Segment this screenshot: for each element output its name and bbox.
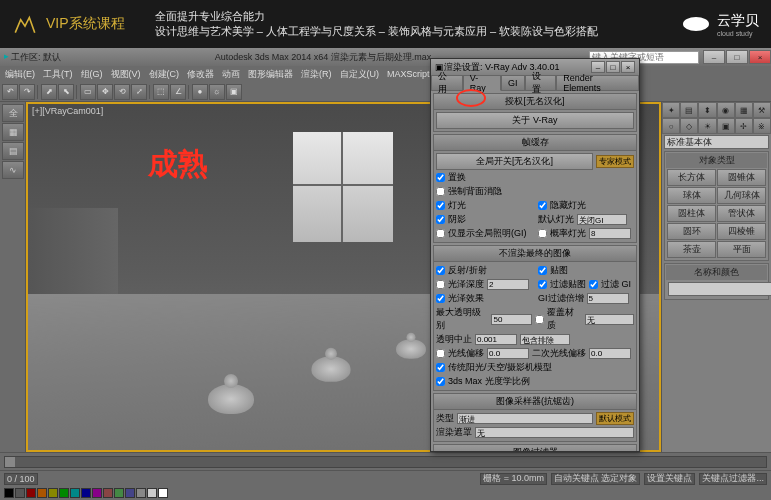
geometry-tab[interactable]: ○ bbox=[662, 118, 680, 134]
redo-button[interactable]: ↷ bbox=[19, 84, 35, 100]
color-swatch[interactable] bbox=[125, 488, 135, 498]
override-depth-checkbox[interactable] bbox=[436, 280, 445, 289]
keyfilter-button[interactable]: 关键点过滤器... bbox=[699, 473, 767, 485]
color-swatch[interactable] bbox=[70, 488, 80, 498]
color-swatch[interactable] bbox=[26, 488, 36, 498]
prob-lights-field[interactable]: 8 bbox=[589, 228, 631, 239]
maps-checkbox[interactable] bbox=[538, 266, 547, 275]
menu-item[interactable]: 渲染(R) bbox=[298, 68, 335, 81]
prob-lights-checkbox[interactable] bbox=[538, 229, 547, 238]
color-swatch[interactable] bbox=[37, 488, 47, 498]
sampler-section-header[interactable]: 图像采样器(抗锯齿) bbox=[434, 394, 636, 410]
dialog-tab[interactable]: V-Ray bbox=[463, 75, 501, 91]
schematic-button[interactable]: ▤ bbox=[2, 142, 24, 160]
workspace-label[interactable]: 工作区: 默认 bbox=[11, 51, 61, 64]
color-swatch[interactable] bbox=[114, 488, 124, 498]
about-vray-button[interactable]: 关于 V-Ray bbox=[436, 112, 634, 129]
object-name-input[interactable] bbox=[668, 282, 771, 296]
nomat-section-header[interactable]: 不渲染最终的图像 bbox=[434, 246, 636, 262]
minimize-button[interactable]: – bbox=[703, 50, 725, 64]
setkey-button[interactable]: 设置关键点 bbox=[644, 473, 695, 485]
lights-tab[interactable]: ☀ bbox=[698, 118, 716, 134]
primitive-button[interactable]: 圆锥体 bbox=[717, 169, 766, 186]
link-button[interactable]: ⬈ bbox=[41, 84, 57, 100]
default-lights-dropdown[interactable]: 关闭GI bbox=[577, 214, 627, 225]
render-setup-button[interactable]: ☼ bbox=[209, 84, 225, 100]
helpers-tab[interactable]: ✢ bbox=[735, 118, 753, 134]
rotate-button[interactable]: ⟲ bbox=[114, 84, 130, 100]
color-swatch[interactable] bbox=[136, 488, 146, 498]
displace-checkbox[interactable] bbox=[436, 173, 445, 182]
glossy-checkbox[interactable] bbox=[436, 294, 445, 303]
filter-section-header[interactable]: 图像过滤器 bbox=[434, 445, 636, 451]
curve-button[interactable]: ∿ bbox=[2, 161, 24, 179]
move-button[interactable]: ✥ bbox=[97, 84, 113, 100]
menu-item[interactable]: 视图(V) bbox=[108, 68, 144, 81]
menu-item[interactable]: 工具(T) bbox=[40, 68, 76, 81]
primitive-dropdown[interactable]: 标准基本体 bbox=[664, 135, 769, 149]
dialog-tab[interactable]: 设置 bbox=[525, 75, 557, 91]
time-slider[interactable] bbox=[4, 456, 767, 468]
motion-tab[interactable]: ◉ bbox=[717, 102, 735, 118]
utility-tab[interactable]: ⚒ bbox=[753, 102, 771, 118]
systems-tab[interactable]: ※ bbox=[753, 118, 771, 134]
primitive-button[interactable]: 圆柱体 bbox=[667, 205, 716, 222]
menu-item[interactable]: 修改器 bbox=[184, 68, 217, 81]
dialog-minimize-button[interactable]: – bbox=[591, 61, 605, 73]
color-swatch[interactable] bbox=[147, 488, 157, 498]
expert-mode-button[interactable]: 专家模式 bbox=[596, 155, 634, 168]
color-swatch[interactable] bbox=[59, 488, 69, 498]
backface-checkbox[interactable] bbox=[436, 187, 445, 196]
autokey-button[interactable]: 自动关键点 选定对象 bbox=[551, 473, 641, 485]
all-view-button[interactable]: 全 bbox=[2, 104, 24, 122]
override-mtl-checkbox[interactable] bbox=[535, 315, 544, 324]
primitive-button[interactable]: 平面 bbox=[717, 241, 766, 258]
create-tab[interactable]: ✦ bbox=[662, 102, 680, 118]
layer-button[interactable]: ▦ bbox=[2, 123, 24, 141]
primitive-button[interactable]: 长方体 bbox=[667, 169, 716, 186]
material-button[interactable]: ● bbox=[192, 84, 208, 100]
sampler-default-button[interactable]: 默认模式 bbox=[596, 412, 634, 425]
color-swatch[interactable] bbox=[48, 488, 58, 498]
dialog-tab[interactable]: 公用 bbox=[431, 75, 463, 91]
menu-item[interactable]: 动画 bbox=[219, 68, 243, 81]
menu-item[interactable]: 组(G) bbox=[78, 68, 106, 81]
primitive-button[interactable]: 几何球体 bbox=[717, 187, 766, 204]
transp-cutoff-field[interactable]: 0.001 bbox=[475, 334, 517, 345]
3dsmax-photometric-checkbox[interactable] bbox=[436, 377, 445, 386]
color-swatch[interactable] bbox=[92, 488, 102, 498]
menu-item[interactable]: 图形编辑器 bbox=[245, 68, 296, 81]
gi-only-checkbox[interactable] bbox=[436, 229, 445, 238]
dialog-maximize-button[interactable]: □ bbox=[606, 61, 620, 73]
modify-tab[interactable]: ▤ bbox=[680, 102, 698, 118]
filter-gi-checkbox[interactable] bbox=[589, 280, 598, 289]
cameras-tab[interactable]: ▣ bbox=[717, 118, 735, 134]
menu-item[interactable]: 自定义(U) bbox=[337, 68, 383, 81]
primitive-button[interactable]: 球体 bbox=[667, 187, 716, 204]
menu-item[interactable]: 创建(C) bbox=[146, 68, 183, 81]
filter-maps-checkbox[interactable] bbox=[538, 280, 547, 289]
primitive-button[interactable]: 圆环 bbox=[667, 223, 716, 240]
refl-checkbox[interactable] bbox=[436, 266, 445, 275]
dialog-tab[interactable]: GI bbox=[501, 75, 525, 91]
color-swatch[interactable] bbox=[15, 488, 25, 498]
color-swatch[interactable] bbox=[158, 488, 168, 498]
primitive-button[interactable]: 茶壶 bbox=[667, 241, 716, 258]
ray-bias-checkbox[interactable] bbox=[436, 349, 445, 358]
select-button[interactable]: ▭ bbox=[80, 84, 96, 100]
legacy-sun-checkbox[interactable] bbox=[436, 363, 445, 372]
max-transp-field[interactable]: 50 bbox=[491, 314, 532, 325]
snap-button[interactable]: ⬚ bbox=[153, 84, 169, 100]
frame-section-header[interactable]: 帧缓存 bbox=[434, 135, 636, 151]
close-button[interactable]: × bbox=[749, 50, 771, 64]
undo-button[interactable]: ↶ bbox=[2, 84, 18, 100]
primitive-button[interactable]: 管状体 bbox=[717, 205, 766, 222]
dialog-tab[interactable]: Render Elements bbox=[556, 75, 639, 91]
include-exclude-button[interactable]: 包含排除 bbox=[520, 334, 570, 345]
shapes-tab[interactable]: ◇ bbox=[680, 118, 698, 134]
override-mtl-dropdown[interactable]: 无 bbox=[585, 314, 634, 325]
maximize-button[interactable]: □ bbox=[726, 50, 748, 64]
render-button[interactable]: ▣ bbox=[226, 84, 242, 100]
hierarchy-tab[interactable]: ⬍ bbox=[698, 102, 716, 118]
primitive-button[interactable]: 四棱锥 bbox=[717, 223, 766, 240]
